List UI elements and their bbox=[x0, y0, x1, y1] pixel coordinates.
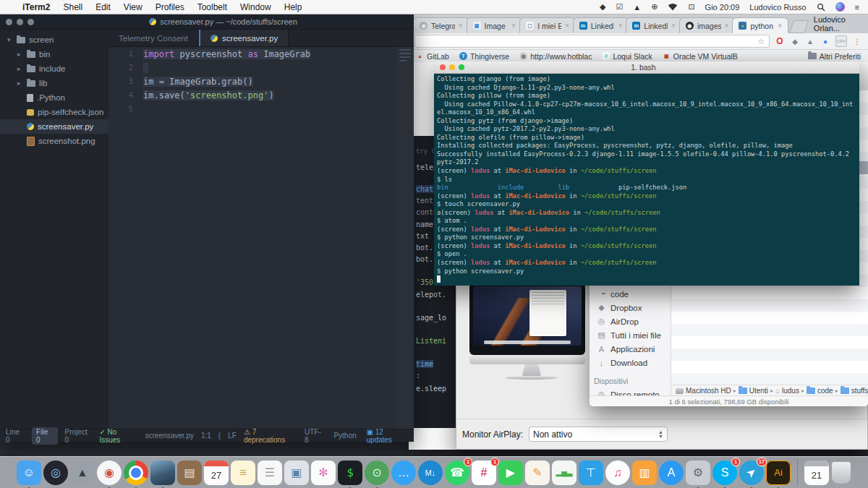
path-segment-utenti[interactable]: Utenti▸ bbox=[739, 387, 773, 395]
zoom-button[interactable] bbox=[459, 64, 464, 70]
status-line[interactable]: Line 0 bbox=[6, 428, 25, 444]
airplay-icon[interactable]: ⊡ bbox=[683, 2, 699, 12]
dock-item-chrome[interactable] bbox=[124, 461, 148, 485]
airplay-dropdown[interactable]: Non attivo ▲▼ bbox=[529, 427, 668, 442]
dock-item-contacts[interactable]: ▤ bbox=[177, 461, 202, 485]
bookmark-loqui-slack[interactable]: #Loqui Slack bbox=[602, 52, 652, 61]
dock-item-preview-photo[interactable] bbox=[150, 461, 175, 485]
status-project[interactable]: Project 0 bbox=[65, 428, 93, 444]
code-line[interactable]: 4im.save('screenshot.png') bbox=[109, 88, 414, 102]
dock-item-facetime[interactable]: ▶ bbox=[498, 461, 523, 485]
bookmark-thingiverse[interactable]: TThingiverse bbox=[459, 52, 509, 61]
terminal-title-bar[interactable]: 1. bash bbox=[434, 61, 859, 74]
atom-editor[interactable]: 1import pyscreenshot as ImageGrab2 3im =… bbox=[109, 47, 414, 429]
terminal-output[interactable]: Collecting django (from image) Using cac… bbox=[434, 74, 859, 286]
dock-item-skype[interactable]: S1 bbox=[712, 461, 737, 485]
close-tab-icon[interactable]: × bbox=[511, 22, 516, 30]
extension-crx-icon[interactable]: CRX bbox=[835, 35, 847, 47]
app-menu[interactable]: iTerm2 bbox=[16, 0, 56, 14]
gdrive-icon[interactable]: ▲ bbox=[628, 3, 646, 12]
code-line[interactable]: 5 bbox=[109, 102, 414, 116]
sidebar-item-applicazioni[interactable]: AApplicazioni bbox=[590, 342, 671, 356]
editor-tab-telemetry-consent[interactable]: Telemetry Consent bbox=[109, 30, 199, 46]
status-eol[interactable]: LF bbox=[228, 432, 237, 440]
dock-item-numbers[interactable]: ▂▅▃ bbox=[552, 461, 576, 485]
status-language[interactable]: Python bbox=[333, 432, 356, 440]
code-line[interactable]: 2 bbox=[109, 61, 414, 74]
bookmark-oracle-vm-virtualb[interactable]: ▣Oracle VM VirtualB bbox=[663, 52, 738, 61]
minimize-button[interactable] bbox=[17, 19, 23, 25]
dock-item-system-preferences[interactable]: ⚙ bbox=[686, 461, 710, 485]
menu-item-help[interactable]: Help bbox=[278, 0, 309, 14]
dock-item-itunes[interactable]: ♫ bbox=[605, 461, 630, 485]
tree-item--python[interactable]: .Python bbox=[0, 90, 109, 105]
bookmark-http-www-hotblac[interactable]: ◍http://www.hotblac bbox=[519, 52, 592, 61]
close-tab-icon[interactable]: × bbox=[725, 22, 729, 30]
dock-item-document-21[interactable]: 21 bbox=[804, 461, 829, 485]
dock-item-photos[interactable]: ✻ bbox=[311, 461, 336, 485]
status-no-issues[interactable]: ✓ No Issues bbox=[99, 428, 137, 444]
menu-item-profiles[interactable]: Profiles bbox=[149, 0, 191, 14]
close-tab-icon[interactable]: × bbox=[565, 22, 569, 30]
browser-profile-name[interactable]: Ludovico Orlan... bbox=[807, 15, 868, 33]
tree-item-include[interactable]: ▸include bbox=[0, 61, 109, 76]
status-updates[interactable]: ▣ 12 updates bbox=[367, 428, 408, 444]
address-bar[interactable]: ☆ bbox=[414, 35, 770, 48]
extension-dropbox-icon[interactable]: ◆ bbox=[790, 36, 800, 46]
dock-item-slack[interactable]: #1 bbox=[472, 461, 496, 485]
browser-tab-i-miei-e[interactable]: ▢I miei E× bbox=[519, 17, 576, 33]
close-tab-icon[interactable]: × bbox=[778, 22, 782, 30]
sidebar-item-code[interactable]: code bbox=[590, 287, 671, 301]
dock-item-siri[interactable]: ◎ bbox=[43, 461, 68, 485]
crosshair-icon[interactable]: ⊕ bbox=[646, 2, 663, 12]
menu-item-edit[interactable]: Edit bbox=[89, 0, 117, 14]
code-line[interactable]: 1import pyscreenshot as ImageGrab bbox=[109, 47, 414, 61]
dock-item-trash[interactable] bbox=[831, 461, 851, 484]
sidebar-item-dropbox[interactable]: ◆Dropbox bbox=[590, 301, 671, 314]
browser-tab-linkedi[interactable]: inLinkedI× bbox=[626, 17, 682, 33]
menu-clock[interactable]: Gio 20:09 bbox=[700, 3, 745, 12]
bookmark-gitlab[interactable]: ▲GitLab bbox=[416, 52, 449, 61]
sidebar-item-airdrop[interactable]: ◎AirDrop bbox=[590, 314, 671, 328]
tree-item-screen[interactable]: ▾screen bbox=[0, 33, 109, 47]
dock-item-pages[interactable]: ✎ bbox=[525, 461, 550, 485]
close-tab-icon[interactable]: × bbox=[671, 22, 676, 30]
dock-item-illustrator[interactable]: Ai bbox=[766, 461, 791, 485]
dock-item-finder[interactable]: ☺ bbox=[17, 461, 41, 485]
browser-tab-telegra[interactable]: ◉Telegra× bbox=[413, 17, 469, 33]
new-tab-button[interactable] bbox=[789, 20, 809, 33]
dock-item-atom[interactable]: ⊙ bbox=[365, 461, 389, 485]
atom-title-bar[interactable]: screensaver.py — ~/code/stuffs/screen bbox=[0, 14, 414, 30]
dock-item-safari[interactable]: ◉ bbox=[97, 461, 122, 485]
browser-tab-python[interactable]: ◗python× bbox=[732, 17, 788, 33]
tree-item-screenshot-png[interactable]: screenshot.png bbox=[0, 134, 109, 148]
dock-item-iterm[interactable]: $ bbox=[338, 461, 362, 485]
dock-item-screen-app[interactable]: ▣ bbox=[284, 461, 309, 485]
wifi-icon[interactable] bbox=[663, 3, 683, 11]
menu-item-window[interactable]: Window bbox=[234, 0, 278, 14]
dock-item-telegram[interactable]: ➤17 bbox=[739, 461, 764, 485]
dock-item-whatsapp[interactable]: ☎1 bbox=[445, 461, 469, 485]
tree-item-lib[interactable]: ▸lib bbox=[0, 76, 109, 90]
path-segment-macintosh-hd[interactable]: Macintosh HD▸ bbox=[676, 387, 736, 395]
dock-item-launchpad[interactable]: ▲ bbox=[70, 461, 95, 485]
browser-tab-image-m[interactable]: ▦Image M× bbox=[467, 17, 523, 33]
zoom-button[interactable] bbox=[27, 19, 34, 25]
dock-item-keynote[interactable]: ⊤ bbox=[579, 461, 603, 485]
dock-item-ibooks[interactable]: ▥ bbox=[632, 461, 657, 485]
path-segment-code[interactable]: code▸ bbox=[807, 387, 838, 395]
siri-icon[interactable] bbox=[830, 2, 850, 12]
chrome-menu-icon[interactable]: ⋮ bbox=[852, 36, 862, 46]
browser-tab-linkedi[interactable]: inLinkedI× bbox=[573, 17, 629, 33]
sidebar-item-download[interactable]: ↓Download bbox=[590, 356, 671, 369]
close-tab-icon[interactable]: × bbox=[618, 22, 622, 30]
tree-item-screensaver-py[interactable]: screensaver.py bbox=[0, 119, 109, 134]
bookmark-star-icon[interactable]: ☆ bbox=[757, 37, 765, 46]
menu-user[interactable]: Ludovico Russo bbox=[744, 3, 811, 12]
code-line[interactable]: 3im = ImageGrab.grab() bbox=[109, 74, 414, 88]
status-encoding[interactable]: UTF-8 bbox=[305, 428, 323, 444]
editor-tab-screensaver-py[interactable]: screensaver.py bbox=[199, 30, 289, 46]
status-deprecations[interactable]: ⚠ 7 deprecations bbox=[244, 428, 297, 444]
extension-gdrive-icon[interactable]: ▲ bbox=[805, 36, 815, 46]
notification-center-icon[interactable]: ≡ bbox=[850, 3, 868, 12]
